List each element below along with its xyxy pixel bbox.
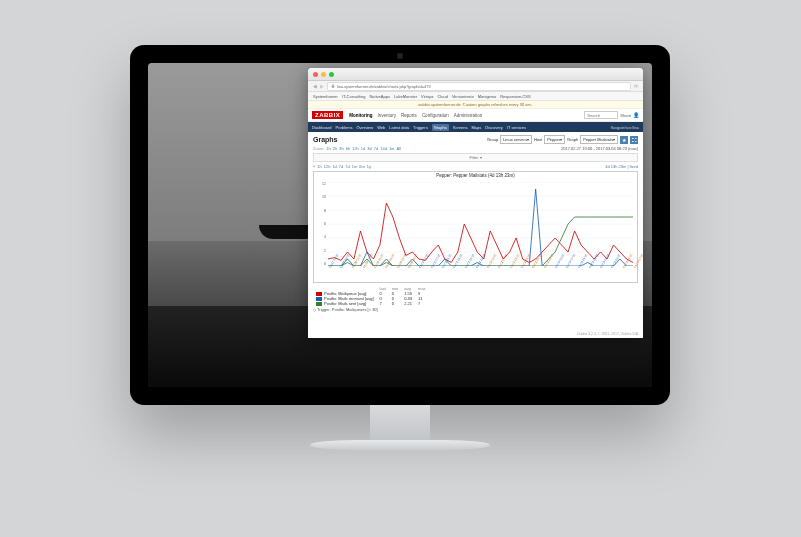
bookmark-item[interactable]: NativeApps [369,94,389,99]
bookmark-item[interactable]: Versiontests [452,94,474,99]
fullscreen-button[interactable]: ⛶ [630,136,638,144]
footer: Zabbix 3.2.4. © 2001–2017, Zabbix SIA [577,332,638,336]
x-axis: 02-27 19:0002-27 23:0002-28 03:0002-28 0… [328,267,633,281]
page-body: Graphs Group Linux servers ▾ Host Pepper… [308,132,643,315]
bookmarks-bar: SystemfarmerIT-ConsultingNativeAppsLakeM… [308,92,643,101]
page-title: Graphs [313,136,338,143]
zoom-3d[interactable]: 3d [367,146,371,151]
zoom-6h[interactable]: 6h [346,146,350,151]
stage: ◀ ▶ lisa.systemfarmer.de/zabbix/charts.p… [0,0,801,537]
zoom-1m[interactable]: 1m [389,146,395,151]
plot-area [328,182,633,266]
date-range: 2017.02.27 19:00 - 2017.03.04 08:23 (now… [561,146,638,151]
zoom-7d[interactable]: 7d [374,146,378,151]
zoom-row: Zoom: 1h2h3h6h12h1d3d7d14d1mAll 2017.02.… [313,146,638,151]
zoom-All[interactable]: All [396,146,400,151]
screen: ◀ ▶ lisa.systemfarmer.de/zabbix/charts.p… [148,63,652,387]
sub-tab-latest-data[interactable]: Latest data [389,125,409,130]
bookmark-item[interactable]: Cloud [437,94,447,99]
bookmark-item[interactable]: Virtupx [421,94,433,99]
sub-tab-graphs[interactable]: Graphs [432,124,449,131]
group-select[interactable]: Linux servers ▾ [500,135,532,144]
time-window-label: 4d 13h 23m | fixed [605,164,638,169]
zoom-label: Zoom: [313,146,324,151]
graph-select[interactable]: Pepper Mailstats ▾ [580,135,618,144]
minimize-icon[interactable] [321,72,326,77]
back-icon[interactable]: ◀ [313,83,317,89]
nav-7d[interactable]: 7d [345,164,349,169]
sub-tab-dashboard[interactable]: Dashboard [312,125,332,130]
search-input[interactable] [584,111,618,119]
main-tab-administration[interactable]: Administration [454,113,483,118]
lock-icon [331,84,335,88]
zabbix-search: Share 👤 [584,111,639,119]
nav-1d[interactable]: 1d [332,164,336,169]
graph-selector-label: Graph [567,137,578,142]
breadcrumb: fluxgate/svc/lisa [611,125,639,130]
forward-icon[interactable]: ▶ [320,83,324,89]
monitor-stand-neck [370,405,430,445]
host-label: Host [534,137,542,142]
graph-container: Pepper: Pepper Mailstats (4d 13h 23m) 12… [313,171,638,283]
url-text: lisa.systemfarmer.de/zabbix/charts.php?g… [337,84,431,89]
sub-tab-discovery[interactable]: Discovery [485,125,503,130]
monitor-stand-base [310,440,490,450]
sub-tab-web[interactable]: Web [377,125,385,130]
favorite-button[interactable]: ★ [620,136,628,144]
close-icon[interactable] [313,72,318,77]
safari-window: ◀ ▶ lisa.systemfarmer.de/zabbix/charts.p… [308,68,643,338]
chart-svg [328,182,633,266]
trigger-line: ◇ Trigger: Postfix: Mailqueues [> 30] [313,307,638,312]
zoom-14d[interactable]: 14d [380,146,387,151]
sub-tab-triggers[interactable]: Triggers [413,125,428,130]
zoom-12h[interactable]: 12h [352,146,359,151]
nav-«[interactable]: « [313,164,315,169]
share-link[interactable]: Share [620,113,631,118]
title-row: Graphs Group Linux servers ▾ Host Pepper… [313,135,638,144]
sub-tab-maps[interactable]: Maps [471,125,481,130]
bookmark-item[interactable]: Systemfarmer [313,94,338,99]
bookmark-item[interactable]: Responsive-CSS [500,94,530,99]
notice-banner: zabbix.systemfarmer.de: Custom graphs re… [308,101,643,109]
bookmark-item[interactable]: IT-Consulting [342,94,366,99]
zoom-icon[interactable] [329,72,334,77]
svg-rect-0 [332,86,334,88]
host-select[interactable]: Pepper ▾ [544,135,565,144]
main-tab-configuration[interactable]: Configuration [422,113,449,118]
nav-1h[interactable]: 1h [317,164,321,169]
sub-tab-problems[interactable]: Problems [336,125,353,130]
graph-title: Pepper: Pepper Mailstats (4d 13h 23m) [314,173,637,178]
zoom-3h[interactable]: 3h [339,146,343,151]
filter-toggle[interactable]: Filter ▾ [313,153,638,162]
address-bar[interactable]: lisa.systemfarmer.de/zabbix/charts.php?g… [327,82,631,91]
nav-7d[interactable]: 7d [339,164,343,169]
sub-tab-screens[interactable]: Screens [453,125,468,130]
nav-12h[interactable]: 12h [324,164,331,169]
y-axis: 121086420 [316,182,326,266]
bookmark-item[interactable]: Monigenia [478,94,496,99]
nav-1y[interactable]: 1y [367,164,371,169]
legend: lastminavgmaxPostfix: Mailqueue [avg]001… [313,286,638,312]
sub-tab-it-services[interactable]: IT services [507,125,526,130]
imac-monitor: ◀ ▶ lisa.systemfarmer.de/zabbix/charts.p… [130,45,670,405]
camera-dot [397,53,403,59]
zabbix-main-tabs: MonitoringInventoryReportsConfigurationA… [349,113,482,118]
nav-6m[interactable]: 6m [359,164,365,169]
nav-1m[interactable]: 1m [352,164,358,169]
reload-icon[interactable]: ⟳ [634,83,638,89]
zabbix-sub-tabs: DashboardProblemsOverviewWebLatest dataT… [308,122,643,132]
sub-tab-overview[interactable]: Overview [356,125,373,130]
zoom-1h[interactable]: 1h [326,146,330,151]
zoom-2h[interactable]: 2h [333,146,337,151]
zoom-1d[interactable]: 1d [361,146,365,151]
main-tab-reports[interactable]: Reports [401,113,417,118]
bookmark-item[interactable]: LakeMonster [394,94,417,99]
main-tab-monitoring[interactable]: Monitoring [349,113,372,118]
zabbix-header: ZABBIX MonitoringInventoryReportsConfigu… [308,109,643,122]
legend-table: lastminavgmaxPostfix: Mailqueue [avg]001… [313,286,429,306]
main-tab-inventory[interactable]: Inventory [378,113,397,118]
user-icon[interactable]: 👤 [633,112,639,118]
window-titlebar[interactable] [308,68,643,81]
zabbix-logo[interactable]: ZABBIX [312,111,343,119]
group-label: Group [487,137,498,142]
